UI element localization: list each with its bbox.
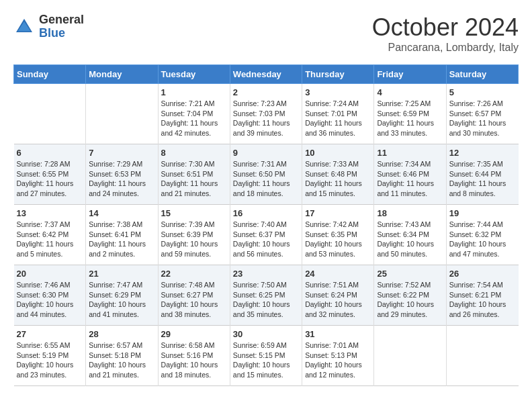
calendar-cell: 23Sunrise: 7:50 AM Sunset: 6:25 PM Dayli… (230, 265, 302, 326)
day-header-tuesday: Tuesday (158, 65, 230, 84)
cell-content: Sunrise: 7:38 AM Sunset: 6:41 PM Dayligh… (89, 220, 154, 259)
day-header-wednesday: Wednesday (230, 65, 302, 84)
cell-content: Sunrise: 7:26 AM Sunset: 6:57 PM Dayligh… (449, 99, 516, 138)
week-row-0: 1Sunrise: 7:21 AM Sunset: 7:04 PM Daylig… (14, 84, 519, 144)
calendar-cell: 15Sunrise: 7:39 AM Sunset: 6:39 PM Dayli… (158, 205, 230, 265)
calendar-cell: 7Sunrise: 7:29 AM Sunset: 6:53 PM Daylig… (86, 144, 158, 205)
cell-content: Sunrise: 7:51 AM Sunset: 6:24 PM Dayligh… (305, 280, 371, 320)
day-number: 19 (449, 208, 516, 218)
calendar-table: SundayMondayTuesdayWednesdayThursdayFrid… (13, 64, 519, 386)
cell-content: Sunrise: 7:31 AM Sunset: 6:50 PM Dayligh… (233, 159, 299, 199)
calendar-cell: 4Sunrise: 7:25 AM Sunset: 6:59 PM Daylig… (374, 84, 446, 144)
day-number: 22 (161, 269, 227, 279)
calendar-cell (446, 326, 518, 386)
day-header-sunday: Sunday (14, 65, 86, 84)
cell-content: Sunrise: 7:43 AM Sunset: 6:34 PM Dayligh… (377, 220, 443, 259)
calendar-cell: 9Sunrise: 7:31 AM Sunset: 6:50 PM Daylig… (230, 144, 302, 205)
day-number: 23 (233, 269, 299, 279)
day-number: 2 (233, 87, 299, 97)
cell-content: Sunrise: 7:47 AM Sunset: 6:29 PM Dayligh… (89, 280, 154, 320)
calendar-cell (14, 84, 86, 144)
calendar-cell: 13Sunrise: 7:37 AM Sunset: 6:42 PM Dayli… (14, 205, 86, 265)
calendar-cell: 11Sunrise: 7:34 AM Sunset: 6:46 PM Dayli… (374, 144, 446, 205)
calendar-cell: 26Sunrise: 7:54 AM Sunset: 6:21 PM Dayli… (446, 265, 518, 326)
calendar-cell (86, 84, 158, 144)
logo-general: General (39, 13, 84, 27)
calendar-cell: 18Sunrise: 7:43 AM Sunset: 6:34 PM Dayli… (374, 205, 446, 265)
day-number: 25 (377, 269, 443, 279)
cell-content: Sunrise: 7:30 AM Sunset: 6:51 PM Dayligh… (161, 159, 227, 199)
calendar-cell: 17Sunrise: 7:42 AM Sunset: 6:35 PM Dayli… (302, 205, 374, 265)
calendar-cell: 6Sunrise: 7:28 AM Sunset: 6:55 PM Daylig… (14, 144, 86, 205)
cell-content: Sunrise: 7:48 AM Sunset: 6:27 PM Dayligh… (161, 280, 227, 320)
cell-content: Sunrise: 7:23 AM Sunset: 7:03 PM Dayligh… (233, 99, 299, 138)
cell-content: Sunrise: 7:39 AM Sunset: 6:39 PM Dayligh… (161, 220, 227, 259)
week-row-2: 13Sunrise: 7:37 AM Sunset: 6:42 PM Dayli… (14, 205, 519, 265)
header-row: SundayMondayTuesdayWednesdayThursdayFrid… (14, 65, 519, 84)
day-number: 30 (233, 329, 299, 339)
calendar-cell: 21Sunrise: 7:47 AM Sunset: 6:29 PM Dayli… (86, 265, 158, 326)
cell-content: Sunrise: 7:35 AM Sunset: 6:44 PM Dayligh… (449, 159, 516, 199)
day-number: 7 (89, 148, 154, 158)
calendar-cell: 3Sunrise: 7:24 AM Sunset: 7:01 PM Daylig… (302, 84, 374, 144)
day-number: 16 (233, 208, 299, 218)
cell-content: Sunrise: 6:55 AM Sunset: 5:19 PM Dayligh… (17, 340, 83, 380)
calendar-cell: 29Sunrise: 6:58 AM Sunset: 5:16 PM Dayli… (158, 326, 230, 386)
calendar-cell: 27Sunrise: 6:55 AM Sunset: 5:19 PM Dayli… (14, 326, 86, 386)
logo: General Blue (13, 13, 84, 40)
cell-content: Sunrise: 7:37 AM Sunset: 6:42 PM Dayligh… (17, 220, 83, 259)
day-header-saturday: Saturday (446, 65, 518, 84)
day-number: 10 (305, 148, 371, 158)
calendar-cell: 16Sunrise: 7:40 AM Sunset: 6:37 PM Dayli… (230, 205, 302, 265)
logo-blue: Blue (39, 27, 84, 40)
day-number: 13 (17, 208, 83, 218)
cell-content: Sunrise: 7:54 AM Sunset: 6:21 PM Dayligh… (449, 280, 516, 320)
day-number: 9 (233, 148, 299, 158)
day-header-friday: Friday (374, 65, 446, 84)
week-row-4: 27Sunrise: 6:55 AM Sunset: 5:19 PM Dayli… (14, 326, 519, 386)
calendar-cell: 19Sunrise: 7:44 AM Sunset: 6:32 PM Dayli… (446, 205, 518, 265)
title-block: October 2024 Pancarana, Lombardy, Italy (372, 13, 519, 54)
cell-content: Sunrise: 7:25 AM Sunset: 6:59 PM Dayligh… (377, 99, 443, 138)
calendar-cell: 10Sunrise: 7:33 AM Sunset: 6:48 PM Dayli… (302, 144, 374, 205)
day-number: 8 (161, 148, 227, 158)
day-header-thursday: Thursday (302, 65, 374, 84)
cell-content: Sunrise: 6:59 AM Sunset: 5:15 PM Dayligh… (233, 340, 299, 380)
cell-content: Sunrise: 6:58 AM Sunset: 5:16 PM Dayligh… (161, 340, 227, 380)
day-number: 3 (305, 87, 371, 97)
calendar-cell: 5Sunrise: 7:26 AM Sunset: 6:57 PM Daylig… (446, 84, 518, 144)
cell-content: Sunrise: 7:42 AM Sunset: 6:35 PM Dayligh… (305, 220, 371, 259)
cell-content: Sunrise: 7:40 AM Sunset: 6:37 PM Dayligh… (233, 220, 299, 259)
day-number: 18 (377, 208, 443, 218)
day-number: 15 (161, 208, 227, 218)
calendar-cell: 30Sunrise: 6:59 AM Sunset: 5:15 PM Dayli… (230, 326, 302, 386)
logo-icon (13, 16, 35, 38)
calendar-cell: 2Sunrise: 7:23 AM Sunset: 7:03 PM Daylig… (230, 84, 302, 144)
cell-content: Sunrise: 7:52 AM Sunset: 6:22 PM Dayligh… (377, 280, 443, 320)
cell-content: Sunrise: 7:46 AM Sunset: 6:30 PM Dayligh… (17, 280, 83, 320)
calendar-cell: 31Sunrise: 7:01 AM Sunset: 5:13 PM Dayli… (302, 326, 374, 386)
calendar-cell: 28Sunrise: 6:57 AM Sunset: 5:18 PM Dayli… (86, 326, 158, 386)
cell-content: Sunrise: 7:21 AM Sunset: 7:04 PM Dayligh… (161, 99, 227, 138)
calendar-cell: 14Sunrise: 7:38 AM Sunset: 6:41 PM Dayli… (86, 205, 158, 265)
cell-content: Sunrise: 7:44 AM Sunset: 6:32 PM Dayligh… (449, 220, 516, 259)
calendar-cell: 22Sunrise: 7:48 AM Sunset: 6:27 PM Dayli… (158, 265, 230, 326)
calendar-cell: 8Sunrise: 7:30 AM Sunset: 6:51 PM Daylig… (158, 144, 230, 205)
day-number: 14 (89, 208, 154, 218)
week-row-3: 20Sunrise: 7:46 AM Sunset: 6:30 PM Dayli… (14, 265, 519, 326)
cell-content: Sunrise: 7:34 AM Sunset: 6:46 PM Dayligh… (377, 159, 443, 199)
calendar-cell: 12Sunrise: 7:35 AM Sunset: 6:44 PM Dayli… (446, 144, 518, 205)
cell-content: Sunrise: 7:50 AM Sunset: 6:25 PM Dayligh… (233, 280, 299, 320)
day-number: 5 (449, 87, 516, 97)
day-number: 20 (17, 269, 83, 279)
day-number: 26 (449, 269, 516, 279)
day-number: 21 (89, 269, 154, 279)
day-number: 6 (17, 148, 83, 158)
calendar-cell: 24Sunrise: 7:51 AM Sunset: 6:24 PM Dayli… (302, 265, 374, 326)
page-header: General Blue October 2024 Pancarana, Lom… (13, 13, 519, 54)
cell-content: Sunrise: 7:28 AM Sunset: 6:55 PM Dayligh… (17, 159, 83, 199)
location: Pancarana, Lombardy, Italy (372, 42, 519, 54)
calendar-cell: 20Sunrise: 7:46 AM Sunset: 6:30 PM Dayli… (14, 265, 86, 326)
logo-text: General Blue (39, 13, 84, 40)
day-number: 11 (377, 148, 443, 158)
